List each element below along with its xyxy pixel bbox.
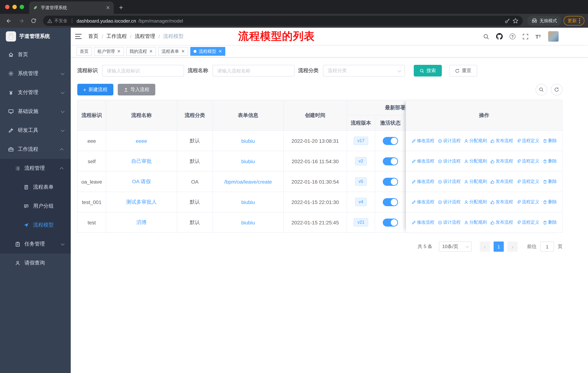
tag-process-model[interactable]: 流程模型✕ — [190, 47, 225, 56]
assign-rule-link[interactable]: 分配规则 — [464, 138, 487, 144]
form-link[interactable]: biubiu — [241, 138, 255, 144]
category-select[interactable]: 流程分类 — [323, 65, 405, 77]
edit-process-link[interactable]: 修改流程 — [411, 179, 434, 185]
process-definition-link[interactable]: 流程定义 — [516, 138, 539, 144]
tag-home[interactable]: 首页 — [77, 47, 92, 56]
search-icon[interactable] — [483, 33, 489, 40]
sidebar-item-system[interactable]: 系统管理 — [0, 64, 71, 83]
sidebar-item-devtools[interactable]: 研发工具 — [0, 121, 71, 140]
model-key-input[interactable] — [102, 65, 184, 77]
delete-link[interactable]: 删除 — [543, 179, 557, 185]
assign-rule-link[interactable]: 分配规则 — [464, 179, 487, 185]
publish-process-link[interactable]: 发布流程 — [490, 199, 513, 205]
page-size-select[interactable]: 10条/页 — [439, 242, 472, 252]
url-bar[interactable]: 不安全 dashboard.yudao.iocoder.cn/bpm/manag… — [43, 16, 523, 26]
close-icon[interactable]: ✕ — [117, 49, 121, 53]
design-process-link[interactable]: 设计流程 — [438, 138, 461, 144]
sidebar-item-process-management[interactable]: 流程管理 — [0, 159, 71, 178]
publish-process-link[interactable]: 发布流程 — [490, 138, 513, 144]
reset-button[interactable]: 重置 — [449, 65, 477, 77]
minimize-window-button[interactable] — [12, 5, 17, 9]
bookmark-star-icon[interactable] — [513, 18, 518, 24]
active-toggle[interactable] — [383, 137, 398, 145]
pagination-page-1[interactable]: 1 — [494, 242, 504, 252]
assign-rule-link[interactable]: 分配规则 — [464, 199, 487, 205]
edit-process-link[interactable]: 修改流程 — [411, 138, 434, 144]
delete-link[interactable]: 删除 — [543, 199, 557, 205]
avatar[interactable] — [548, 31, 559, 42]
edit-process-link[interactable]: 修改流程 — [411, 219, 434, 225]
design-process-link[interactable]: 设计流程 — [438, 199, 461, 205]
form-link[interactable]: /bpm/oa/leave/create — [224, 179, 272, 184]
model-name-input[interactable] — [212, 65, 294, 77]
delete-link[interactable]: 删除 — [543, 158, 557, 164]
form-link[interactable]: biubiu — [241, 158, 255, 164]
design-process-link[interactable]: 设计流程 — [438, 158, 461, 164]
close-icon[interactable]: ✕ — [149, 49, 153, 53]
form-link[interactable]: biubiu — [241, 199, 255, 205]
breadcrumb-workflow[interactable]: 工作流程 — [106, 33, 127, 40]
incognito-badge[interactable]: 无痕模式 — [527, 16, 561, 26]
sidebar-item-home[interactable]: 首页 — [0, 45, 71, 64]
active-toggle[interactable] — [383, 178, 398, 186]
pagination-next-button[interactable]: › — [507, 242, 518, 252]
browser-tab[interactable]: 芋道管理系统 ✕ — [29, 1, 114, 14]
active-toggle[interactable] — [383, 157, 398, 165]
publish-process-link[interactable]: 发布流程 — [490, 158, 513, 164]
model-name-link[interactable]: eeee — [136, 138, 147, 144]
edit-process-link[interactable]: 修改流程 — [411, 199, 434, 205]
tag-my-process[interactable]: 我的流程✕ — [126, 47, 156, 56]
toggle-search-button[interactable] — [536, 84, 547, 95]
import-process-button[interactable]: 导入流程 — [118, 84, 155, 95]
reload-button[interactable] — [28, 16, 39, 26]
sidebar-item-task-management[interactable]: 任务管理 — [0, 235, 71, 253]
breadcrumb-home[interactable]: 首页 — [88, 33, 98, 40]
process-definition-link[interactable]: 流程定义 — [516, 179, 539, 185]
sidebar-item-payment[interactable]: ¥ 支付管理 — [0, 83, 71, 102]
close-icon[interactable]: ✕ — [218, 49, 222, 53]
edit-process-link[interactable]: 修改流程 — [411, 158, 434, 164]
menu-dots-icon[interactable] — [579, 18, 580, 24]
sidebar-item-leave-query[interactable]: 请假查询 — [0, 253, 71, 272]
design-process-link[interactable]: 设计流程 — [438, 179, 461, 185]
active-toggle[interactable] — [383, 198, 398, 206]
hamburger-icon[interactable] — [75, 32, 83, 40]
sidebar-item-workflow[interactable]: 工作流程 — [0, 140, 71, 159]
sidebar-item-process-model[interactable]: 流程模型 — [0, 216, 71, 235]
pagination-goto-input[interactable] — [540, 242, 554, 252]
back-button[interactable] — [4, 16, 14, 26]
password-key-icon[interactable] — [504, 18, 510, 24]
search-button[interactable]: 搜索 — [414, 65, 442, 77]
delete-link[interactable]: 删除 — [543, 138, 557, 144]
sidebar-item-user-group[interactable]: 用户分组 — [0, 197, 71, 216]
form-link[interactable]: biubiu — [241, 220, 255, 225]
sidebar-item-process-form[interactable]: 流程表单 — [0, 178, 71, 197]
design-process-link[interactable]: 设计流程 — [438, 219, 461, 225]
maximize-window-button[interactable] — [20, 5, 24, 9]
publish-process-link[interactable]: 发布流程 — [490, 219, 513, 225]
process-definition-link[interactable]: 流程定义 — [516, 158, 539, 164]
new-tab-button[interactable]: + — [116, 2, 126, 13]
tab-close-icon[interactable]: ✕ — [106, 5, 110, 10]
close-icon[interactable]: ✕ — [181, 49, 185, 53]
assign-rule-link[interactable]: 分配规则 — [464, 158, 487, 164]
tag-tenant[interactable]: 租户管理✕ — [94, 47, 124, 56]
model-name-link[interactable]: 测试多审批人 — [126, 199, 157, 204]
tag-process-form[interactable]: 流程表单✕ — [158, 47, 188, 56]
sidebar-item-infrastructure[interactable]: 基础设施 — [0, 102, 71, 121]
model-name-link[interactable]: 自己审批 — [131, 158, 152, 164]
create-process-button[interactable]: + 新建流程 — [77, 84, 113, 95]
help-icon[interactable]: ? — [509, 33, 515, 39]
fullscreen-icon[interactable] — [522, 33, 528, 40]
publish-process-link[interactable]: 发布流程 — [490, 179, 513, 185]
process-definition-link[interactable]: 流程定义 — [516, 219, 539, 225]
model-name-link[interactable]: 滔博 — [136, 219, 147, 225]
github-icon[interactable] — [496, 33, 503, 40]
active-toggle[interactable] — [383, 218, 398, 226]
process-definition-link[interactable]: 流程定义 — [516, 199, 539, 205]
refresh-table-button[interactable] — [551, 84, 562, 95]
assign-rule-link[interactable]: 分配规则 — [464, 219, 487, 225]
font-size-icon[interactable]: TT — [535, 34, 541, 39]
forward-button[interactable] — [16, 16, 26, 26]
breadcrumb-process-management[interactable]: 流程管理 — [135, 33, 155, 40]
